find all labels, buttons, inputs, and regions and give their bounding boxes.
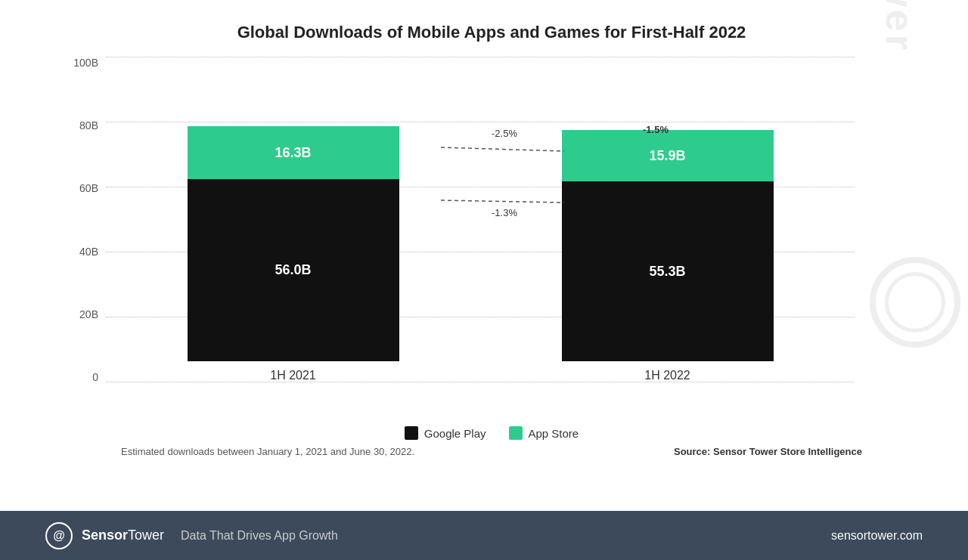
legend-swatch-google-play bbox=[405, 426, 418, 440]
y-label-20: 20B bbox=[60, 309, 98, 320]
bottom-bar: @ SensorTower Data That Drives App Growt… bbox=[0, 511, 968, 560]
bar-google-play-2022: 55.3B bbox=[562, 181, 774, 361]
brand-left: @ SensorTower Data That Drives App Growt… bbox=[45, 522, 338, 549]
y-label-100: 100B bbox=[60, 57, 98, 68]
bar-xlabel-2021: 1H 2021 bbox=[270, 369, 316, 382]
legend-label-app-store: App Store bbox=[529, 427, 579, 440]
bar-group-2022: 55.3B 15.9B 1H 2022 bbox=[562, 130, 774, 382]
brand-url: sensortower.com bbox=[831, 529, 923, 543]
legend-google-play: Google Play bbox=[405, 426, 486, 440]
legend-swatch-app-store bbox=[509, 426, 523, 440]
bar-app-store-2021: 16.3B bbox=[188, 126, 399, 179]
footer-info: Estimated downloads between January 1, 2… bbox=[60, 440, 923, 465]
brand-icon: @ bbox=[45, 522, 73, 549]
chart-title: Global Downloads of Mobile Apps and Game… bbox=[60, 23, 923, 42]
source: Source: Sensor Tower Store Intelligence bbox=[674, 446, 862, 457]
bar-group-2021: 56.0B 16.3B 1H 2021 bbox=[188, 126, 399, 382]
brand-tagline: Data That Drives App Growth bbox=[181, 529, 338, 543]
bar-xlabel-2022: 1H 2022 bbox=[644, 369, 690, 382]
legend-label-google-play: Google Play bbox=[424, 427, 486, 440]
y-axis: 0 20B 40B 60B 80B 100B bbox=[60, 57, 98, 382]
main-container: Sensor Tower Global Downloads of Mobile … bbox=[0, 0, 968, 560]
bar-app-store-2022: 15.9B bbox=[562, 130, 774, 181]
bar-stack-2022: 55.3B 15.9B bbox=[562, 130, 774, 361]
chart-body: 0 20B 40B 60B 80B 100B bbox=[60, 57, 923, 420]
bar-stack-2021: 56.0B 16.3B bbox=[188, 126, 399, 361]
legend: Google Play App Store bbox=[60, 426, 923, 440]
y-label-80: 80B bbox=[60, 120, 98, 131]
y-label-60: 60B bbox=[60, 183, 98, 193]
chart-area: Sensor Tower Global Downloads of Mobile … bbox=[0, 0, 968, 511]
bar-google-play-2021: 56.0B bbox=[188, 179, 399, 361]
brand-name: SensorTower bbox=[82, 528, 164, 543]
y-label-40: 40B bbox=[60, 246, 98, 257]
legend-app-store: App Store bbox=[509, 426, 579, 440]
y-label-0: 0 bbox=[60, 372, 98, 382]
bars-container: 56.0B 16.3B 1H 2021 55.3B bbox=[106, 57, 855, 382]
footnote: Estimated downloads between January 1, 2… bbox=[121, 446, 414, 457]
